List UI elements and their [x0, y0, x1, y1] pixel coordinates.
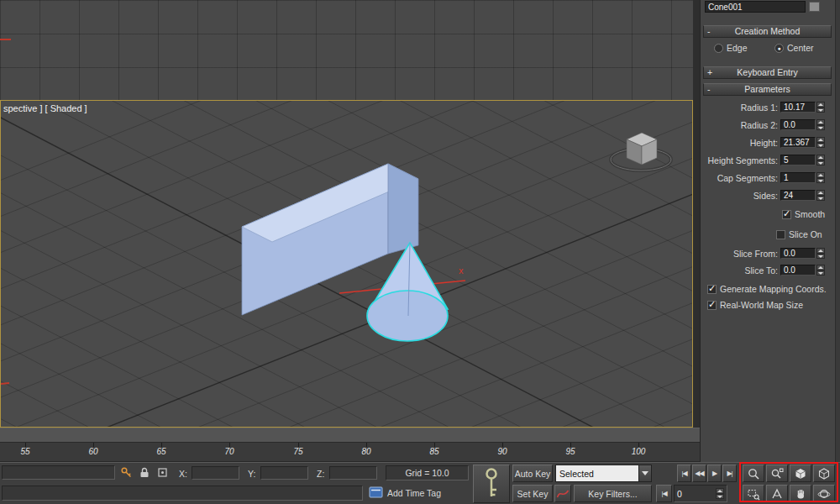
slice-to-input[interactable]: 0.0 — [780, 265, 816, 276]
box-right-face[interactable] — [388, 164, 418, 254]
param-row-radius1: Radius 1: 10.17 — [703, 101, 832, 113]
checkbox-icon — [776, 230, 785, 239]
previous-frame-button[interactable]: ◀◀ — [692, 465, 706, 482]
coord-y-label: Y: — [248, 469, 255, 479]
status-bar: X: Y: Z: Grid = 10.0 Auto Key Selected |… — [0, 462, 840, 504]
mini-listener-input[interactable] — [2, 465, 115, 480]
object-color-swatch[interactable] — [809, 2, 820, 12]
viewport-panel-splitter[interactable] — [693, 0, 700, 428]
height-input[interactable]: 21.367 — [780, 137, 816, 148]
frame-spinner[interactable] — [716, 488, 724, 499]
zoom-extents-all-button[interactable] — [813, 465, 835, 482]
sides-input[interactable]: 24 — [780, 190, 816, 201]
pan-button[interactable] — [790, 485, 811, 502]
spinner[interactable] — [816, 265, 825, 276]
viewport-perspective[interactable]: spective ] [ Shaded ] x — [0, 100, 693, 428]
coord-x-label: X: — [179, 469, 187, 479]
scene-canvas[interactable]: x — [1, 101, 692, 427]
key-icon[interactable] — [120, 466, 133, 479]
spinner[interactable] — [816, 119, 825, 130]
orbit-button[interactable] — [813, 485, 835, 502]
coord-z-input[interactable] — [329, 466, 377, 480]
radius1-input[interactable]: 10.17 — [780, 102, 816, 113]
set-keys-button[interactable] — [473, 465, 510, 503]
3ds-max-window: spective ] [ Shaded ] x — [0, 0, 840, 504]
rollout-title: Parameters — [744, 84, 790, 94]
param-row-radius2: Radius 2: 0.0 — [703, 118, 832, 131]
spinner[interactable] — [816, 155, 825, 165]
absolute-mode-icon[interactable] — [156, 466, 169, 479]
param-row-slice-from: Slice From: 0.0 — [703, 247, 832, 260]
checkbox-icon: ✓ — [707, 301, 717, 310]
panel-scrollbar[interactable] — [835, 0, 840, 462]
slice-on-checkbox[interactable]: Slice On — [776, 229, 822, 239]
param-label: Height Segments: — [703, 155, 780, 165]
spinner[interactable] — [816, 102, 825, 113]
zoom-all-button[interactable] — [766, 465, 788, 482]
real-world-map-checkbox[interactable]: ✓ Real-World Map Size — [707, 300, 803, 310]
rollout-parameters[interactable]: - Parameters — [703, 83, 832, 96]
x-axis-tick — [0, 39, 11, 40]
previous-key-button[interactable]: |◀ — [656, 485, 672, 502]
param-label: Sides: — [703, 191, 780, 201]
rollout-state-icon: - — [707, 84, 716, 95]
spinner[interactable] — [816, 248, 825, 259]
smooth-checkbox[interactable]: ✓ Smooth — [782, 209, 825, 219]
rollout-keyboard-entry[interactable]: + Keyboard Entry — [703, 66, 832, 79]
current-frame-value: 0 — [677, 489, 715, 499]
slice-from-input[interactable]: 0.0 — [780, 248, 816, 259]
param-row-height-segments: Height Segments: 5 — [703, 154, 832, 166]
timeline: 55 60 65 70 75 80 85 90 95 100 — [0, 428, 700, 462]
next-frame-button[interactable]: ▶| — [722, 465, 737, 482]
zoom-region-button[interactable] — [743, 485, 764, 502]
rollout-title: Creation Method — [735, 26, 801, 36]
key-filters-button[interactable]: Key Filters... — [574, 485, 652, 502]
zoom-extents-button[interactable] — [790, 465, 811, 482]
auto-key-button[interactable]: Auto Key — [512, 465, 553, 482]
param-row-height: Height: 21.367 — [703, 136, 832, 149]
x-axis-tick — [1, 383, 9, 384]
object-name-input[interactable] — [705, 1, 806, 13]
coord-z-label: Z: — [317, 469, 324, 479]
timeline-ruler[interactable]: 55 60 65 70 75 80 85 90 95 100 — [0, 443, 700, 462]
spinner[interactable] — [816, 137, 825, 148]
rollout-creation-method[interactable]: - Creation Method — [703, 25, 832, 38]
spinner[interactable] — [816, 190, 825, 201]
coord-x-input[interactable] — [192, 466, 239, 480]
generate-mapping-checkbox[interactable]: ✓ Generate Mapping Coords. — [707, 284, 827, 294]
radio-edge[interactable]: Edge — [714, 43, 748, 53]
param-row-slice-to: Slice To: 0.0 — [703, 264, 832, 276]
spinner[interactable] — [816, 172, 825, 183]
viewport-label[interactable]: spective ] [ Shaded ] — [3, 103, 87, 113]
play-button[interactable]: ▶ — [707, 465, 722, 482]
cone-base[interactable] — [367, 291, 448, 341]
radio-icon: ● — [774, 44, 784, 53]
new-key-filter-button[interactable] — [554, 485, 571, 502]
viewport-top[interactable] — [0, 0, 693, 100]
cap-segments-input[interactable]: 1 — [780, 172, 816, 183]
field-of-view-icon — [770, 487, 784, 501]
selection-set-dropdown[interactable]: Selected — [555, 465, 652, 482]
zoom-extents-all-icon — [817, 467, 831, 480]
big-key-icon — [482, 467, 501, 501]
height-segments-input[interactable]: 5 — [780, 155, 816, 165]
selection-set-value: Selected — [556, 469, 638, 479]
radio-center[interactable]: ● Center — [774, 43, 814, 53]
coord-y-input[interactable] — [260, 466, 308, 480]
selection-lock-icon[interactable] — [138, 466, 150, 479]
go-to-start-button[interactable]: |◀ — [677, 465, 691, 482]
zoom-button[interactable] — [743, 465, 764, 482]
orbit-icon — [817, 487, 831, 501]
add-time-tag-label[interactable]: Add Time Tag — [387, 488, 441, 498]
time-slider-track[interactable] — [0, 428, 700, 443]
set-key-button[interactable]: Set Key — [512, 485, 553, 502]
viewcube[interactable] — [611, 133, 671, 171]
field-of-view-button[interactable] — [766, 485, 788, 502]
prompt-line — [2, 486, 363, 501]
command-panel: - Creation Method Edge ● Center + Keyboa… — [700, 0, 840, 462]
radio-icon — [714, 44, 723, 53]
time-tag-icon[interactable] — [369, 486, 383, 499]
current-frame-field[interactable]: 0 — [674, 485, 727, 502]
radius2-input[interactable]: 0.0 — [780, 119, 816, 130]
gizmo-x-axis-label: x — [459, 265, 464, 276]
